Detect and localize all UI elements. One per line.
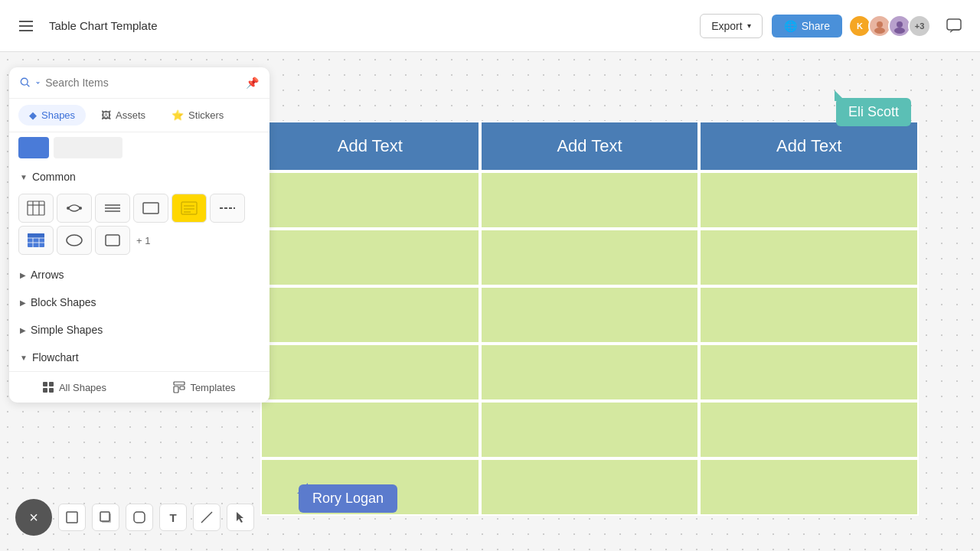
svg-rect-36: [180, 386, 185, 390]
shape-divider[interactable]: [210, 194, 245, 223]
globe-icon: 🌐: [784, 20, 797, 32]
block-shapes-category[interactable]: ▶ Block Shapes: [9, 289, 270, 316]
table-cell-3-2[interactable]: [480, 286, 700, 344]
eli-scott-tooltip: Eli Scott: [836, 98, 911, 126]
table-cell-2-2[interactable]: [480, 229, 700, 286]
share-label: Share: [802, 20, 830, 32]
table-cell-6-2[interactable]: [480, 458, 700, 516]
text-tool[interactable]: T: [159, 504, 187, 531]
more-shapes-label[interactable]: + 1: [133, 226, 153, 255]
menu-button[interactable]: [12, 12, 40, 40]
table-header-cell-3[interactable]: Add Text: [699, 121, 919, 171]
shape-rect[interactable]: [133, 194, 168, 223]
assets-tab-label: Assets: [116, 109, 145, 121]
table-cell-5-2[interactable]: [480, 401, 700, 458]
share-button[interactable]: 🌐 Share: [772, 15, 842, 37]
shape-connector[interactable]: [57, 194, 92, 223]
shadow-rect-tool[interactable]: [92, 504, 119, 531]
shape-grid-table[interactable]: [18, 226, 54, 255]
svg-rect-4: [947, 19, 961, 30]
svg-rect-29: [106, 235, 119, 246]
table-body-row-3: [260, 286, 919, 344]
stickers-icon: ⭐: [172, 109, 184, 121]
templates-tab[interactable]: Templates: [139, 372, 270, 403]
common-category: ▼ Common: [9, 163, 270, 261]
svg-rect-32: [43, 388, 47, 393]
avatar-more-count[interactable]: +3: [908, 15, 931, 37]
rory-logan-label: Rory Logan: [299, 484, 397, 513]
svg-point-3: [894, 28, 905, 34]
shape-ellipse[interactable]: [57, 226, 92, 255]
svg-point-12: [79, 207, 82, 210]
table-body-row-1: [260, 171, 919, 229]
line-tool-icon: [200, 510, 214, 524]
table-cell-3-1[interactable]: [260, 286, 480, 344]
table-cell-5-1[interactable]: [260, 401, 480, 458]
close-panel-button[interactable]: ×: [15, 499, 52, 536]
svg-rect-40: [134, 512, 145, 523]
svg-rect-31: [49, 382, 54, 386]
svg-rect-30: [43, 382, 47, 386]
tab-stickers[interactable]: ⭐ Stickers: [161, 105, 234, 126]
shapes-diamond-icon: ◆: [29, 109, 37, 121]
shape-note[interactable]: [172, 194, 207, 223]
rory-arrow-icon: [297, 483, 308, 494]
table-cell-2-1[interactable]: [260, 229, 480, 286]
cursor-tool[interactable]: [227, 504, 254, 531]
collaborators-avatars: K +3: [851, 15, 931, 37]
table-cell-4-3[interactable]: [699, 344, 919, 401]
common-category-header[interactable]: ▼ Common: [18, 163, 260, 191]
tab-assets[interactable]: 🖼 Assets: [90, 105, 156, 126]
rounded-rect-tool[interactable]: [126, 504, 153, 531]
table-cell-1-2[interactable]: [480, 171, 700, 229]
table-cell-4-1[interactable]: [260, 344, 480, 401]
simple-shapes-category[interactable]: ▶ Simple Shapes: [9, 316, 270, 344]
assets-icon: 🖼: [101, 109, 111, 121]
svg-point-5: [21, 78, 28, 85]
simple-shapes-category-label: Simple Shapes: [31, 324, 103, 336]
table-cell-3-3[interactable]: [699, 286, 919, 344]
table-header-cell-2[interactable]: Add Text: [480, 121, 700, 171]
export-button[interactable]: Export ▾: [700, 14, 762, 38]
shape-rect-outline[interactable]: [95, 226, 130, 255]
export-label: Export: [711, 20, 742, 32]
rectangle-tool[interactable]: [58, 504, 86, 531]
filter-all-btn[interactable]: [18, 137, 49, 158]
arrows-category[interactable]: ▶ Arrows: [9, 261, 270, 289]
canvas-table: Add Text Add Text Add Text: [260, 121, 919, 516]
shapes-tab-label: Shapes: [41, 109, 75, 121]
all-shapes-tab[interactable]: All Shapes: [9, 372, 139, 403]
table-header-cell-1[interactable]: Add Text: [260, 121, 480, 171]
svg-point-11: [67, 207, 70, 210]
svg-rect-7: [28, 201, 44, 215]
common-collapse-icon: ▼: [20, 173, 28, 181]
table-cell-5-3[interactable]: [699, 401, 919, 458]
tab-shapes[interactable]: ◆ Shapes: [18, 105, 86, 126]
table-cell-6-3[interactable]: [699, 458, 919, 516]
table-cell-2-3[interactable]: [699, 229, 919, 286]
chat-button[interactable]: [940, 12, 968, 40]
table-cell-4-2[interactable]: [480, 344, 700, 401]
table-header-row: Add Text Add Text Add Text: [260, 121, 919, 171]
templates-icon: [173, 381, 185, 393]
svg-line-41: [201, 512, 212, 523]
svg-rect-39: [100, 512, 109, 521]
templates-label: Templates: [190, 382, 235, 393]
shape-line[interactable]: [95, 194, 130, 223]
search-input[interactable]: [45, 77, 240, 89]
svg-point-0: [877, 21, 883, 28]
svg-rect-33: [49, 388, 54, 393]
flowchart-category[interactable]: ▼ Flowchart: [9, 344, 270, 371]
rory-logan-tooltip: Rory Logan: [299, 484, 397, 513]
panel-tabs: ◆ Shapes 🖼 Assets ⭐ Stickers: [9, 99, 270, 132]
common-category-label: Common: [32, 171, 76, 183]
table-cell-1-1[interactable]: [260, 171, 480, 229]
search-caret-icon: [35, 80, 41, 86]
table-cell-1-3[interactable]: [699, 171, 919, 229]
shape-table[interactable]: [18, 194, 54, 223]
header-text-3: Add Text: [776, 136, 841, 156]
pin-icon[interactable]: 📌: [246, 77, 259, 89]
line-tool[interactable]: [193, 504, 220, 531]
filter-recent-btn[interactable]: [54, 137, 122, 158]
svg-rect-35: [174, 386, 178, 393]
